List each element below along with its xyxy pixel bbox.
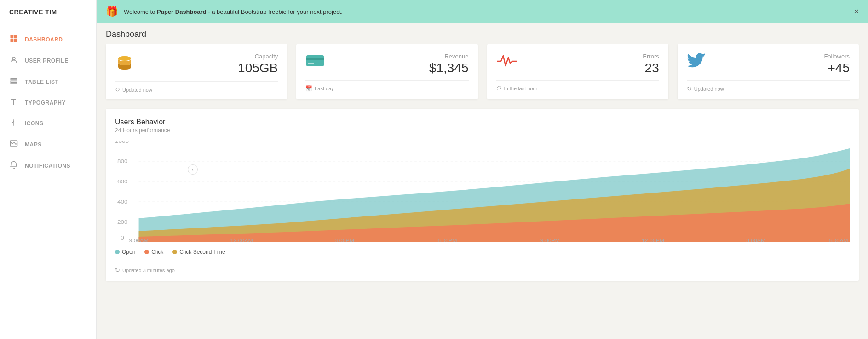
chart-legend: Open Click Click Second Time: [115, 249, 850, 255]
errors-label: Errors: [643, 53, 659, 60]
page-header: Dashboard: [97, 23, 868, 44]
svg-text:12:00PM: 12:00PM: [642, 238, 664, 242]
notification-close-button[interactable]: ×: [854, 7, 859, 17]
maps-icon: [9, 140, 18, 150]
user-profile-icon: [9, 56, 18, 66]
typography-icon: T: [9, 98, 18, 107]
followers-footer-icon: ↻: [687, 85, 692, 92]
content-area: Capacity 105GB ↻ Updated now: [97, 44, 868, 339]
capacity-value: 105GB: [238, 61, 278, 76]
click-second-label: Click Second Time: [179, 249, 225, 255]
stat-card-top-errors: Errors 23: [496, 53, 659, 76]
svg-rect-1: [14, 35, 17, 39]
sidebar-item-label-profile: USER PROFILE: [25, 58, 69, 64]
sidebar-nav: DASHBOARD USER PROFILE TABLE LIST T TYPO…: [0, 24, 96, 339]
table-list-icon: [9, 77, 18, 87]
database-icon: [115, 53, 134, 76]
page-title: Dashboard: [106, 29, 146, 39]
sidebar-item-dashboard[interactable]: DASHBOARD: [0, 29, 96, 50]
twitter-icon: [687, 53, 706, 74]
main-content: 🎁 Welcome to Paper Dashboard - a beautif…: [97, 0, 868, 339]
notifications-icon: [9, 161, 18, 171]
capacity-footer-text: Updated now: [122, 87, 152, 93]
click-dot: [144, 250, 149, 254]
sidebar-item-user-profile[interactable]: USER PROFILE: [0, 50, 96, 71]
revenue-label: Revenue: [429, 53, 469, 60]
svg-rect-6: [11, 81, 17, 82]
followers-value: +45: [824, 61, 850, 76]
svg-text:12:00AM: 12:00AM: [230, 238, 253, 242]
followers-footer: ↻ Updated now: [687, 80, 850, 92]
stat-card-top-revenue: Revenue $1,345: [305, 53, 468, 76]
clock-icon: ⏱: [496, 85, 502, 92]
stat-card-top-followers: Followers +45: [687, 53, 850, 76]
svg-text:6:00PM: 6:00PM: [437, 238, 457, 242]
calendar-icon: 📅: [305, 85, 312, 92]
revenue-value: $1,345: [429, 61, 469, 76]
stat-card-capacity: Capacity 105GB ↻ Updated now: [106, 44, 287, 99]
svg-rect-0: [11, 35, 14, 39]
notification-text: Welcome to Paper Dashboard - a beautiful…: [124, 8, 343, 15]
chart-title: Users Behavior: [115, 118, 850, 126]
svg-text:600: 600: [117, 179, 128, 184]
sidebar-item-typography[interactable]: T TYPOGRAPHY: [0, 93, 96, 113]
svg-rect-5: [11, 79, 17, 80]
followers-label: Followers: [824, 53, 850, 60]
sidebar-item-table-list[interactable]: TABLE LIST: [0, 71, 96, 93]
sidebar-toggle-button[interactable]: ‹: [188, 164, 198, 175]
stat-values-capacity: Capacity 105GB: [238, 53, 278, 76]
stat-card-top-capacity: Capacity 105GB: [115, 53, 278, 76]
sidebar-item-notifications[interactable]: NOTIFICATIONS: [0, 155, 96, 176]
sidebar-item-label-dashboard: DASHBOARD: [25, 36, 63, 43]
open-dot: [115, 250, 120, 254]
svg-point-4: [12, 57, 15, 60]
stat-card-errors: Errors 23 ⏱ In the last hour: [487, 44, 668, 99]
stat-card-followers: Followers +45 ↻ Updated now: [678, 44, 859, 99]
click-second-dot: [172, 250, 177, 254]
open-label: Open: [122, 249, 135, 255]
sidebar-item-label-icons: ICONS: [25, 120, 44, 127]
brand-name: CREATIVE TIM: [0, 0, 96, 24]
svg-text:800: 800: [117, 158, 128, 164]
sidebar-item-icons[interactable]: ICONS: [0, 113, 96, 134]
svg-text:400: 400: [117, 199, 128, 205]
sidebar: CREATIVE TIM DASHBOARD USER PROFILE TABL…: [0, 0, 97, 339]
stat-values-errors: Errors 23: [643, 53, 659, 76]
chart-card: Users Behavior 24 Hours performance 1000…: [106, 109, 859, 281]
svg-rect-3: [14, 39, 17, 42]
card-icon: [305, 53, 325, 72]
svg-rect-13: [306, 55, 324, 66]
sidebar-item-label-maps: MAPS: [25, 141, 42, 148]
legend-click-second: Click Second Time: [172, 249, 225, 255]
svg-text:3:00PM: 3:00PM: [335, 238, 354, 242]
pulse-icon: [496, 53, 518, 74]
svg-text:6:00AM: 6:00AM: [828, 238, 848, 242]
sidebar-item-label-table: TABLE LIST: [25, 79, 58, 85]
svg-rect-14: [306, 58, 324, 60]
behavior-chart: 1000 800 600 400 200 0 9:00AM: [115, 141, 850, 242]
chart-footer: ↻ Updated 3 minutes ago: [115, 262, 850, 274]
notification-brand: Paper Dashboard: [157, 8, 207, 15]
revenue-footer-text: Last day: [315, 86, 334, 91]
stat-values-followers: Followers +45: [824, 53, 850, 76]
svg-text:200: 200: [117, 219, 128, 225]
capacity-footer-icon: ↻: [115, 86, 120, 93]
legend-click: Click: [144, 249, 163, 255]
capacity-footer: ↻ Updated now: [115, 81, 278, 93]
svg-rect-15: [308, 63, 314, 64]
chart-container: 1000 800 600 400 200 0 9:00AM: [115, 141, 850, 242]
sidebar-item-maps[interactable]: MAPS: [0, 134, 96, 155]
stat-card-revenue: Revenue $1,345 📅 Last day: [296, 44, 477, 99]
capacity-label: Capacity: [238, 53, 278, 60]
svg-point-12: [118, 56, 131, 61]
notification-content: 🎁 Welcome to Paper Dashboard - a beautif…: [106, 6, 343, 18]
svg-text:9:00AM: 9:00AM: [129, 238, 148, 242]
stats-row: Capacity 105GB ↻ Updated now: [106, 44, 859, 99]
svg-rect-2: [11, 39, 14, 42]
svg-text:1000: 1000: [115, 141, 129, 144]
sidebar-item-label-typography: TYPOGRAPHY: [25, 99, 66, 106]
sidebar-item-label-notifications: NOTIFICATIONS: [25, 163, 70, 169]
gift-icon: 🎁: [106, 6, 118, 18]
svg-rect-7: [11, 83, 17, 84]
errors-value: 23: [643, 61, 659, 76]
